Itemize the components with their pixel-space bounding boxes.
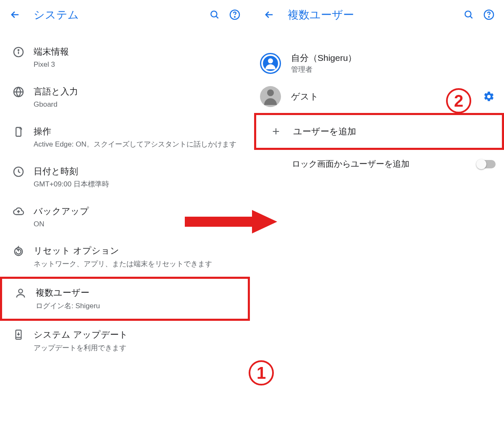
- arrow-left-icon: [9, 9, 21, 21]
- annotation-1: 1: [249, 360, 274, 385]
- item-title: 端末情報: [34, 45, 243, 58]
- lockscreen-add-user-row: ロック画面からユーザーを追加: [254, 150, 504, 178]
- header: システム: [0, 0, 250, 29]
- item-title: 言語と入力: [34, 85, 243, 97]
- annotation-2: 2: [446, 88, 471, 113]
- cloud-upload-icon: [3, 205, 34, 218]
- search-button[interactable]: [205, 5, 225, 25]
- svg-rect-14: [185, 217, 256, 227]
- settings-list: 端末情報 Pixel 3 言語と入力 Gboard 操作 Active Edge…: [0, 29, 250, 361]
- toggle-label: ロック画面からユーザーを追加: [292, 158, 477, 170]
- system-update-icon: [3, 328, 34, 340]
- item-language-input[interactable]: 言語と入力 Gboard: [0, 78, 250, 118]
- avatar-self-icon: [260, 53, 281, 74]
- person-icon: [5, 286, 36, 299]
- gestures-icon: [3, 125, 34, 138]
- item-system-update[interactable]: システム アップデート アップデートを利用できます: [0, 321, 250, 361]
- help-icon: [229, 9, 241, 21]
- item-subtitle: Pixel 3: [34, 59, 243, 70]
- item-title: リセット オプション: [34, 244, 243, 257]
- svg-marker-15: [252, 210, 277, 233]
- add-user-label: ユーザーを追加: [293, 126, 356, 137]
- item-about-phone[interactable]: 端末情報 Pixel 3: [0, 38, 250, 78]
- back-button[interactable]: [259, 5, 279, 25]
- guest-settings-button[interactable]: [480, 88, 497, 105]
- clock-icon: [3, 165, 34, 178]
- avatar-guest-icon: [260, 86, 281, 107]
- svg-point-0: [211, 11, 217, 17]
- svg-point-2: [234, 16, 235, 17]
- item-subtitle: ネットワーク、アプリ、または端末をリセットできます: [34, 259, 243, 270]
- arrow-left-icon: [263, 9, 275, 21]
- user-title: 自分（Shigeru）: [291, 52, 497, 64]
- item-subtitle: アップデートを利用できます: [34, 343, 243, 354]
- user-self[interactable]: 自分（Shigeru） 管理者: [254, 46, 504, 80]
- search-icon: [463, 9, 474, 20]
- reset-icon: [3, 244, 34, 257]
- plus-icon: +: [265, 124, 286, 139]
- item-subtitle: Gboard: [34, 99, 243, 110]
- item-title: システム アップデート: [34, 328, 243, 341]
- svg-point-4: [18, 50, 19, 50]
- multiple-users-screen: 複数ユーザー 自分（Shigeru） 管理者 ゲスト + ユーザーを追加 ロック…: [254, 0, 504, 422]
- add-user-button[interactable]: + ユーザーを追加: [254, 113, 504, 150]
- help-button[interactable]: [479, 5, 499, 25]
- back-button[interactable]: [5, 5, 25, 25]
- user-subtitle: 管理者: [291, 65, 497, 74]
- help-icon: [483, 9, 495, 21]
- info-icon: [3, 45, 34, 58]
- item-subtitle: GMT+09:00 日本標準時: [34, 179, 243, 190]
- gear-icon: [483, 91, 495, 102]
- svg-point-9: [18, 289, 22, 293]
- header: 複数ユーザー: [254, 0, 504, 29]
- help-button[interactable]: [225, 5, 245, 25]
- page-title: 複数ユーザー: [288, 8, 459, 22]
- globe-icon: [3, 85, 34, 98]
- search-icon: [209, 9, 220, 20]
- item-title: 操作: [34, 125, 243, 137]
- item-subtitle: Active Edge: ON。スクイーズしてアシスタントに話しかけます: [34, 139, 243, 150]
- item-reset-options[interactable]: リセット オプション ネットワーク、アプリ、または端末をリセットできます: [0, 237, 250, 277]
- annotation-arrow-icon: [185, 210, 277, 233]
- item-title: 日付と時刻: [34, 165, 243, 177]
- item-gestures[interactable]: 操作 Active Edge: ON。スクイーズしてアシスタントに話しかけます: [0, 118, 250, 157]
- page-title: システム: [34, 8, 205, 22]
- item-title: 複数ユーザー: [36, 286, 241, 299]
- item-multiple-users[interactable]: 複数ユーザー ログイン名: Shigeru: [0, 277, 250, 321]
- item-date-time[interactable]: 日付と時刻 GMT+09:00 日本標準時: [0, 157, 250, 197]
- svg-point-11: [465, 11, 471, 17]
- search-button[interactable]: [459, 5, 479, 25]
- svg-point-13: [488, 16, 489, 17]
- item-subtitle: ログイン名: Shigeru: [36, 301, 241, 312]
- lockscreen-toggle[interactable]: [477, 160, 496, 168]
